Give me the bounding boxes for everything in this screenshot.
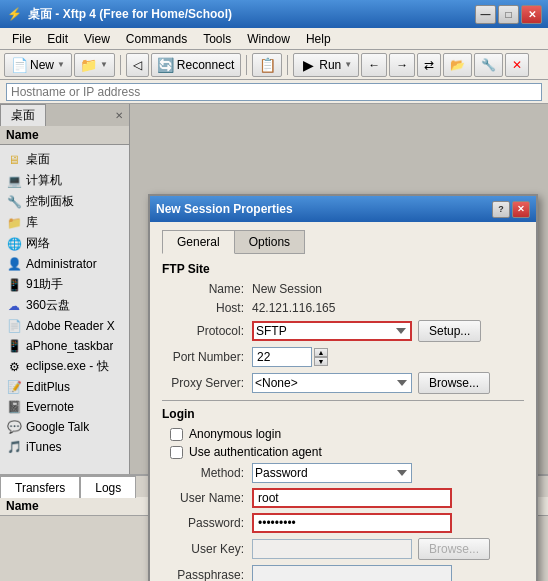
run-icon: ▶ [300,57,316,73]
menu-edit[interactable]: Edit [39,30,76,48]
anonymous-label: Anonymous login [189,427,281,441]
tab-general[interactable]: General [162,230,235,254]
tab-logs[interactable]: Logs [80,476,136,498]
proxy-row: Proxy Server: <None> Browse... [162,372,524,394]
host-label: Host: [162,301,252,315]
port-label: Port Number: [162,350,252,364]
userkey-label: User Key: [162,542,252,556]
new-icon: 📄 [11,57,27,73]
proxy-select[interactable]: <None> [252,373,412,393]
folder-button[interactable]: 📁 ▼ [74,53,115,77]
anonymous-checkbox[interactable] [170,428,183,441]
name-label: Name: [162,282,252,296]
menu-file[interactable]: File [4,30,39,48]
userkey-row: User Key: Browse... [162,538,524,560]
port-up-arrow[interactable]: ▲ [314,348,328,357]
port-down-arrow[interactable]: ▼ [314,357,328,366]
toolbar-separator-1 [120,55,121,75]
arrow-left-button[interactable]: ← [361,53,387,77]
dialog-title: New Session Properties [156,202,492,216]
host-value: 42.121.116.165 [252,301,335,315]
toolbar-separator-3 [287,55,288,75]
menu-view[interactable]: View [76,30,118,48]
passphrase-row: Passphrase: [162,565,524,581]
file-btn[interactable]: 📂 [443,53,472,77]
passphrase-input [252,565,452,581]
port-input[interactable] [252,347,312,367]
username-input[interactable] [252,488,452,508]
address-bar [0,80,548,104]
ftp-site-section-label: FTP Site [162,262,524,276]
file-icon: 📂 [450,58,465,72]
name-row: Name: New Session [162,282,524,296]
passphrase-label: Passphrase: [162,568,252,581]
back-button[interactable]: ◁ [126,53,149,77]
disconnect-button[interactable]: ✕ [505,53,529,77]
menu-window[interactable]: Window [239,30,298,48]
protocol-label: Protocol: [162,324,252,338]
run-button[interactable]: ▶ Run ▼ [293,53,359,77]
minimize-button[interactable]: — [475,5,496,24]
new-button[interactable]: 📄 New ▼ [4,53,72,77]
proxy-label: Proxy Server: [162,376,252,390]
login-section-label: Login [162,407,524,421]
title-bar: ⚡ 桌面 - Xftp 4 (Free for Home/School) — □… [0,0,548,28]
menu-tools[interactable]: Tools [195,30,239,48]
sync-icon: ⇄ [424,58,434,72]
protocol-select[interactable]: SFTP FTP FTPS [252,321,412,341]
reconnect-icon: 🔄 [158,57,174,73]
new-dropdown-arrow[interactable]: ▼ [57,60,65,69]
userkey-select[interactable] [252,539,412,559]
anonymous-row: Anonymous login [162,427,524,441]
auth-agent-row: Use authentication agent [162,445,524,459]
username-row: User Name: [162,488,524,508]
auth-agent-checkbox[interactable] [170,446,183,459]
window-controls: — □ ✕ [475,5,542,24]
dialog-overlay: New Session Properties ? ✕ General Optio… [0,104,548,474]
close-window-button[interactable]: ✕ [521,5,542,24]
method-row: Method: Password PublicKey Keyboard Inte… [162,463,524,483]
settings-icon: 🔧 [481,58,496,72]
toolbar: 📄 New ▼ 📁 ▼ ◁ 🔄 Reconnect 📋 ▶ Run ▼ ← → … [0,50,548,80]
dialog-body: General Options FTP Site Name: New Sessi… [150,222,536,581]
menu-commands[interactable]: Commands [118,30,195,48]
dialog-tab-bar: General Options [162,230,524,254]
toolbar-separator-2 [246,55,247,75]
browse-button[interactable]: Browse... [418,372,490,394]
reconnect-button[interactable]: 🔄 Reconnect [151,53,241,77]
dialog-help-button[interactable]: ? [492,201,510,218]
run-dropdown-arrow[interactable]: ▼ [344,60,352,69]
transfer-button[interactable]: 📋 [252,53,282,77]
userkey-browse-button[interactable]: Browse... [418,538,490,560]
arrow-right-icon: → [396,58,408,72]
username-label: User Name: [162,491,252,505]
app-icon: ⚡ [6,6,22,22]
maximize-button[interactable]: □ [498,5,519,24]
address-input[interactable] [6,83,542,101]
disconnect-icon: ✕ [512,58,522,72]
password-input[interactable] [252,513,452,533]
menu-help[interactable]: Help [298,30,339,48]
password-label: Password: [162,516,252,530]
folder-icon: 📁 [81,57,97,73]
method-select[interactable]: Password PublicKey Keyboard Interactive [252,463,412,483]
section-divider [162,400,524,401]
port-spinner: ▲ ▼ [314,348,328,366]
sync-button[interactable]: ⇄ [417,53,441,77]
back-icon: ◁ [133,58,142,72]
settings-button[interactable]: 🔧 [474,53,503,77]
folder-dropdown-arrow[interactable]: ▼ [100,60,108,69]
host-row: Host: 42.121.116.165 [162,301,524,315]
tab-options[interactable]: Options [234,230,305,254]
tab-transfers[interactable]: Transfers [0,476,80,498]
transfer-icon: 📋 [259,57,275,73]
dialog-controls: ? ✕ [492,201,530,218]
arrow-right-button[interactable]: → [389,53,415,77]
auth-agent-label: Use authentication agent [189,445,322,459]
window-title: 桌面 - Xftp 4 (Free for Home/School) [28,6,475,23]
password-row: Password: [162,513,524,533]
setup-button[interactable]: Setup... [418,320,481,342]
menu-bar: File Edit View Commands Tools Window Hel… [0,28,548,50]
dialog-close-button[interactable]: ✕ [512,201,530,218]
protocol-row: Protocol: SFTP FTP FTPS Setup... [162,320,524,342]
